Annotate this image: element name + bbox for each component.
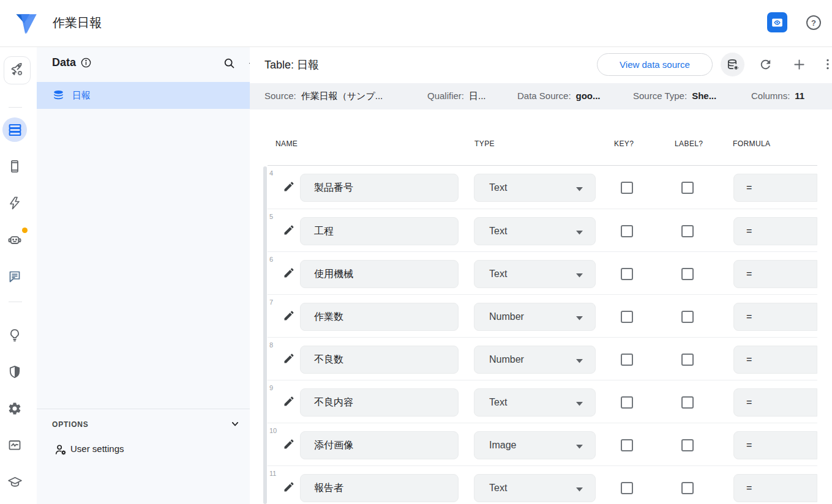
- formula-field[interactable]: =: [733, 260, 817, 288]
- column-type-select[interactable]: Text: [474, 388, 596, 417]
- nav-feedback-button[interactable]: [0, 262, 29, 291]
- nav-settings-button[interactable]: [0, 394, 29, 423]
- preview-app-button[interactable]: [767, 12, 787, 32]
- column-name-field[interactable]: 添付画像: [300, 431, 459, 459]
- user-settings-icon: [54, 443, 67, 456]
- column-type-select[interactable]: Text: [474, 217, 596, 245]
- question-help-icon: ?: [805, 14, 822, 31]
- nav-app-button[interactable]: [0, 152, 29, 181]
- formula-field[interactable]: =: [733, 388, 817, 417]
- chevron-down-icon: [576, 445, 583, 449]
- app-views-icon: [7, 159, 22, 174]
- edit-pencil-icon[interactable]: [283, 267, 295, 279]
- nav-manage-button[interactable]: [0, 431, 29, 460]
- nav-automation-button[interactable]: [0, 188, 29, 218]
- user-settings-item[interactable]: User settings: [37, 439, 250, 461]
- row-number: 4: [269, 169, 273, 177]
- column-type-select[interactable]: Text: [474, 474, 596, 502]
- key-checkbox[interactable]: [621, 182, 633, 194]
- key-checkbox[interactable]: [621, 311, 633, 323]
- qualifier-field[interactable]: Qualifier:日...: [427, 91, 486, 102]
- table-menu-button[interactable]: [820, 57, 832, 74]
- key-checkbox[interactable]: [621, 268, 633, 280]
- options-label: OPTIONS: [52, 420, 89, 429]
- nav-intelligence-button[interactable]: [0, 321, 29, 350]
- formula-field[interactable]: =: [733, 431, 817, 459]
- formula-field[interactable]: =: [733, 174, 817, 202]
- view-data-source-button[interactable]: View data source: [597, 53, 713, 76]
- nav-learn-button[interactable]: [0, 467, 29, 497]
- label-checkbox[interactable]: [681, 482, 694, 494]
- data-source-field[interactable]: Data Source:goo...: [517, 91, 601, 101]
- label-checkbox[interactable]: [681, 311, 694, 323]
- edit-pencil-icon[interactable]: [283, 481, 295, 493]
- chevron-down-icon: [229, 418, 241, 430]
- column-name-field[interactable]: 製品番号: [300, 174, 459, 202]
- manage-monitor-icon: [7, 438, 22, 453]
- source-type-field[interactable]: Source Type:She...: [633, 91, 716, 101]
- label-checkbox[interactable]: [681, 182, 694, 194]
- key-checkbox[interactable]: [621, 439, 633, 451]
- column-type-select[interactable]: Text: [474, 174, 596, 202]
- column-name-field[interactable]: 不良数: [300, 346, 459, 374]
- column-type-select[interactable]: Image: [474, 431, 596, 459]
- deploy-rocket-icon: [9, 62, 25, 78]
- rail-divider: [9, 302, 22, 302]
- learn-graduation-icon: [7, 475, 23, 490]
- column-type-select[interactable]: Number: [474, 346, 596, 374]
- edit-pencil-icon[interactable]: [283, 438, 295, 450]
- formula-field[interactable]: =: [733, 474, 817, 502]
- key-checkbox[interactable]: [621, 225, 633, 237]
- help-button[interactable]: ?: [804, 13, 823, 32]
- column-headers: NAME TYPE KEY? LABEL? FORMULA: [250, 139, 832, 152]
- column-type-select[interactable]: Number: [474, 303, 596, 331]
- data-source-settings-button[interactable]: [721, 53, 744, 76]
- data-panel-header: Data: [37, 47, 250, 81]
- chevron-down-icon: [576, 359, 583, 363]
- edit-pencil-icon[interactable]: [283, 180, 295, 193]
- chevron-down-icon: [576, 487, 583, 492]
- edit-pencil-icon[interactable]: [283, 352, 295, 365]
- nav-data-button[interactable]: [0, 115, 29, 144]
- key-checkbox[interactable]: [621, 482, 633, 494]
- source-field[interactable]: Source:作業日報（サンプ...: [264, 91, 383, 102]
- row-number: 5: [269, 213, 273, 220]
- header-key: KEY?: [614, 139, 634, 148]
- column-name-field[interactable]: 使用機械: [300, 260, 459, 288]
- notification-dot: [22, 228, 28, 233]
- column-type-select[interactable]: Text: [474, 260, 596, 288]
- column-row: 9 不良内容 Text =: [268, 380, 817, 423]
- key-checkbox[interactable]: [621, 396, 633, 409]
- table-list-item-selected[interactable]: 日報: [37, 82, 250, 109]
- formula-field[interactable]: =: [733, 346, 817, 374]
- label-checkbox[interactable]: [681, 439, 694, 451]
- column-name-field[interactable]: 不良内容: [300, 388, 459, 417]
- edit-pencil-icon[interactable]: [283, 224, 295, 236]
- label-checkbox[interactable]: [681, 354, 694, 366]
- database-icon: [52, 89, 65, 102]
- security-shield-icon: [7, 365, 22, 379]
- edit-pencil-icon[interactable]: [283, 309, 295, 322]
- table-title: Table: 日報: [264, 57, 319, 72]
- table-editor: Table: 日報 View data source: [250, 47, 832, 504]
- refresh-button[interactable]: [759, 57, 773, 74]
- nav-security-button[interactable]: [0, 357, 29, 387]
- rail-divider: [9, 107, 22, 108]
- key-checkbox[interactable]: [621, 354, 633, 366]
- column-name-field[interactable]: 報告者: [300, 474, 459, 502]
- options-section-header[interactable]: OPTIONS: [37, 417, 250, 432]
- info-icon[interactable]: [80, 57, 92, 69]
- label-checkbox[interactable]: [681, 225, 694, 237]
- add-column-button[interactable]: [792, 57, 806, 74]
- label-checkbox[interactable]: [681, 268, 694, 280]
- formula-field[interactable]: =: [733, 303, 817, 331]
- column-name-field[interactable]: 作業数: [300, 303, 459, 331]
- edit-pencil-icon[interactable]: [283, 395, 295, 407]
- column-row: 4 製品番号 Text =: [268, 166, 817, 209]
- search-icon[interactable]: [223, 57, 236, 70]
- vertical-scrollbar[interactable]: [263, 166, 267, 504]
- formula-field[interactable]: =: [733, 217, 817, 245]
- deploy-button[interactable]: [4, 56, 31, 84]
- label-checkbox[interactable]: [681, 396, 694, 409]
- column-name-field[interactable]: 工程: [300, 217, 459, 245]
